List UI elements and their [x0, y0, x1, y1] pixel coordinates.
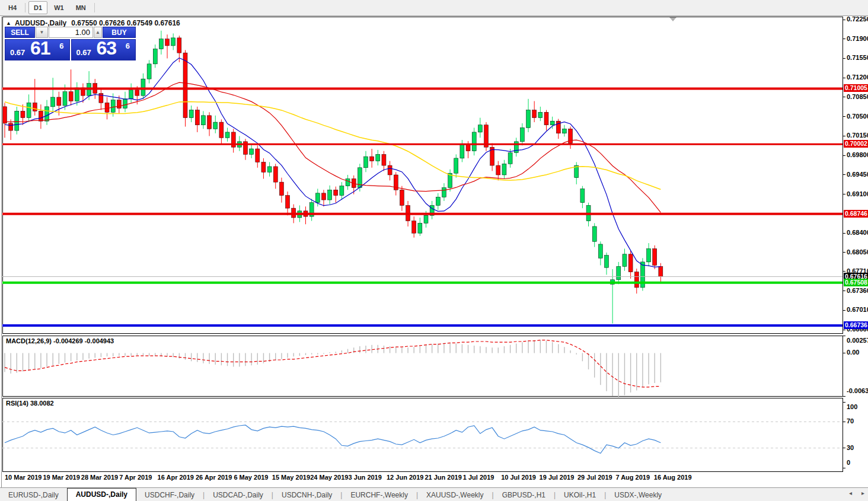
candle-bullish[interactable] [63, 92, 67, 106]
candle-bullish[interactable] [436, 197, 440, 205]
candle-bullish[interactable] [340, 186, 344, 196]
candle-bullish[interactable] [141, 79, 145, 95]
candle-bearish[interactable] [334, 190, 338, 195]
tab-scroll-left-icon[interactable]: ◂ [848, 490, 853, 496]
candle-bullish[interactable] [51, 97, 55, 107]
candle-bullish[interactable] [129, 90, 133, 99]
candle-bullish[interactable] [364, 157, 368, 168]
candle-bullish[interactable] [250, 149, 254, 154]
candle-bearish[interactable] [388, 165, 392, 175]
candle-bullish[interactable] [478, 125, 482, 132]
candle-bullish[interactable] [123, 99, 127, 109]
timeframe-button-w1[interactable]: W1 [49, 1, 69, 14]
candle-bullish[interactable] [171, 38, 175, 46]
timeframe-button-d1[interactable]: D1 [28, 1, 47, 14]
candle-bullish[interactable] [538, 112, 542, 117]
candle-bearish[interactable] [400, 190, 404, 205]
candle-bearish[interactable] [177, 38, 181, 53]
candle-bullish[interactable] [623, 254, 627, 267]
candle-bullish[interactable] [562, 129, 566, 133]
sell-price-box[interactable]: 0.67 61 6 [5, 39, 70, 60]
candle-bearish[interactable] [21, 111, 25, 117]
candle-bearish[interactable] [412, 221, 416, 234]
buy-price-box[interactable]: 0.67 63 6 [71, 39, 136, 60]
candle-bullish[interactable] [514, 142, 518, 153]
candle-bearish[interactable] [256, 149, 260, 162]
candle-bearish[interactable] [634, 272, 639, 288]
candle-bullish[interactable] [328, 190, 332, 200]
candle-bullish[interactable] [460, 145, 464, 158]
candle-bullish[interactable] [598, 244, 602, 258]
candle-bearish[interactable] [33, 103, 37, 111]
candle-bearish[interactable] [286, 196, 290, 209]
candle-bearish[interactable] [370, 157, 374, 161]
collapse-panel-icon[interactable]: ▲ [6, 20, 11, 26]
tab-scroll-right-icon[interactable]: ▸ [860, 490, 866, 496]
candle-bullish[interactable] [213, 122, 218, 129]
candle-bullish[interactable] [424, 215, 428, 223]
candle-bearish[interactable] [659, 266, 663, 276]
chart-tab-ukoil-h1[interactable]: UKOil-,H1 [556, 489, 604, 501]
sell-button[interactable]: SELL [5, 27, 35, 38]
candle-bearish[interactable] [544, 112, 548, 125]
chart-tab-usdcnh-daily[interactable]: USDCNH-,Daily [273, 489, 340, 501]
candle-bullish[interactable] [376, 154, 380, 161]
candle-bearish[interactable] [279, 182, 283, 195]
chart-shift-marker-icon[interactable] [669, 17, 676, 21]
buy-button[interactable]: BUY [103, 27, 136, 38]
chart-tab-eurchf-weekly[interactable]: EURCHF-,Weekly [342, 489, 416, 501]
candle-bullish[interactable] [580, 189, 585, 202]
candle-bullish[interactable] [159, 39, 163, 49]
volume-decrease-button[interactable]: ▼ [36, 27, 48, 38]
candle-bearish[interactable] [105, 103, 109, 112]
chart-tab-audusd-daily[interactable]: AUDUSD-,Daily [67, 488, 136, 501]
timeframe-button-mn[interactable]: MN [71, 1, 91, 14]
candle-bullish[interactable] [45, 107, 49, 121]
candle-bullish[interactable] [454, 158, 458, 173]
candle-bullish[interactable] [225, 132, 229, 138]
candle-bearish[interactable] [9, 123, 13, 130]
candle-bullish[interactable] [27, 103, 31, 117]
chart-tab-gbpusd-h1[interactable]: GBPUSD-,H1 [494, 489, 554, 501]
candle-bearish[interactable] [219, 122, 224, 138]
timeframe-button-h4[interactable]: H4 [3, 1, 22, 14]
candle-bearish[interactable] [496, 165, 500, 175]
candle-bullish[interactable] [617, 266, 621, 279]
candle-bullish[interactable] [592, 226, 596, 241]
candle-bearish[interactable] [39, 111, 43, 121]
chart-area[interactable]: ▲AUDUSD-,Daily0.67550 0.67626 0.67549 0.… [0, 17, 868, 487]
candle-bearish[interactable] [321, 193, 326, 200]
candle-bearish[interactable] [382, 154, 386, 165]
volume-input[interactable]: 1.00 [49, 27, 93, 38]
candle-bearish[interactable] [628, 254, 633, 272]
candle-bullish[interactable] [315, 193, 320, 203]
candle-bearish[interactable] [466, 145, 470, 151]
candle-bearish[interactable] [57, 97, 61, 106]
candle-bullish[interactable] [605, 256, 609, 268]
chart-tab-usdcad-daily[interactable]: USDCAD-,Daily [205, 489, 272, 501]
candle-bullish[interactable] [508, 153, 512, 164]
chart-tab-xauusd-weekly[interactable]: XAUUSD-,Weekly [418, 489, 492, 501]
candle-bullish[interactable] [520, 127, 524, 141]
candle-bullish[interactable] [153, 49, 157, 64]
candle-bullish[interactable] [111, 100, 115, 113]
candle-bearish[interactable] [653, 248, 657, 265]
candle-bearish[interactable] [165, 39, 170, 46]
candle-bullish[interactable] [550, 121, 554, 125]
candle-bearish[interactable] [135, 90, 139, 95]
chart-tab-usdx-weekly[interactable]: USDX-,Weekly [606, 489, 670, 501]
chart-tab-eurusd-daily[interactable]: EURUSD-,Daily [0, 489, 67, 501]
candle-bullish[interactable] [442, 187, 446, 197]
candle-bullish[interactable] [15, 111, 19, 130]
candle-bullish[interactable] [647, 248, 651, 261]
candle-bullish[interactable] [189, 110, 193, 118]
candle-bullish[interactable] [267, 167, 272, 172]
candle-bearish[interactable] [273, 167, 277, 182]
candle-bearish[interactable] [69, 92, 73, 101]
candle-bearish[interactable] [208, 116, 212, 129]
candle-bullish[interactable] [472, 132, 476, 151]
candle-bullish[interactable] [147, 64, 151, 79]
candle-bearish[interactable] [3, 107, 7, 123]
candle-bullish[interactable] [418, 223, 422, 233]
candle-bearish[interactable] [261, 162, 266, 172]
